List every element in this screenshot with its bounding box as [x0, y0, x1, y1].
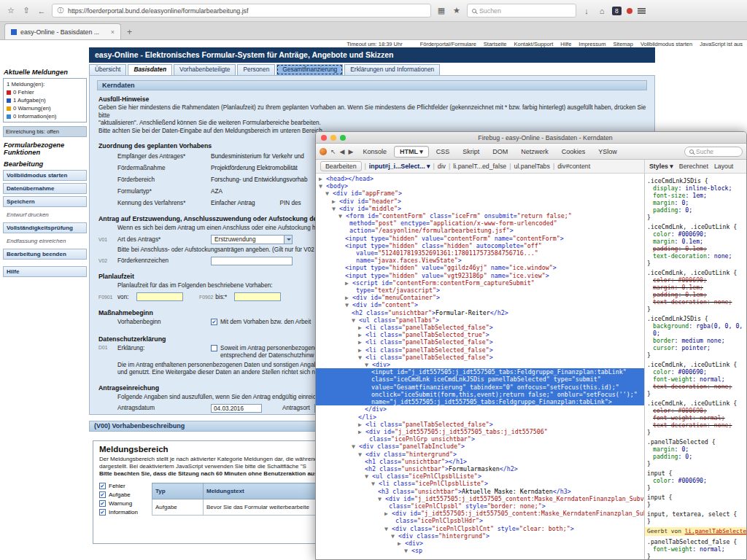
css-selector[interactable]: .iceCmdLnk, .iceOutLink { — [647, 269, 744, 276]
firebug-tab-yslow[interactable]: YSlow — [592, 146, 623, 158]
css-property[interactable]: color: #000690; — [647, 407, 744, 414]
dom-tree-line[interactable]: class="icePnlClpsbl" style="border: none… — [316, 502, 644, 510]
form-tab[interactable]: Gesamtfinanzierung — [276, 64, 343, 75]
dom-tree-line-selected[interactable]: <input id="j_idt557505:j_idt557505_tabs:… — [316, 368, 644, 376]
dom-tree-line[interactable]: name="javax.faces.ViewState"> — [316, 257, 644, 264]
firebug-crumb[interactable]: Bearbeiten — [320, 161, 362, 171]
browser-tab[interactable]: easy-Online - Basisdaten ... × — [4, 23, 121, 39]
css-property[interactable]: font-weight: normal; — [647, 545, 744, 553]
css-property[interactable]: padding: 0; — [647, 206, 744, 214]
firebug-tab-cookies[interactable]: Cookies — [556, 146, 592, 158]
history-forward-icon[interactable]: ▶ — [348, 148, 353, 155]
dom-tree-line[interactable]: ▶ <li class="panelTabSelected_false"> — [316, 338, 644, 346]
inspect-element-icon[interactable]: ↖ — [330, 148, 336, 155]
css-property[interactable]: margin: 0; — [647, 446, 744, 453]
dom-tree-line[interactable]: <input type="hidden" class="hidden" auto… — [316, 242, 644, 249]
dom-tree-line[interactable]: ▼ <div class="hintergrund"> — [316, 451, 644, 458]
text-input[interactable]: 04.03.2016 — [211, 404, 262, 413]
css-selector[interactable]: input, textarea, select { — [647, 510, 744, 518]
dom-tree-line[interactable]: <input type="hidden" value="contentForm"… — [316, 235, 644, 242]
css-selector[interactable]: .iceCmdLnkJSDis { — [647, 177, 744, 184]
dom-tree-line[interactable]: ▶ <head></head> — [316, 175, 644, 182]
dom-tree-line-selected[interactable]: value="Gesamtfinanzierung" tabindex="0" … — [316, 384, 644, 391]
filter-checkbox[interactable]: ✔ — [99, 500, 106, 507]
dom-tree-line[interactable]: ▶ <div> — [316, 540, 644, 547]
css-selector[interactable]: .panelTabSelected_false { — [647, 538, 744, 545]
firebug-icon[interactable] — [320, 148, 327, 155]
dom-tree-line[interactable]: ▼ <div class="hintergrund"> — [316, 532, 644, 540]
topmenu-link[interactable]: Sitemap — [613, 41, 633, 47]
css-selector[interactable]: .panelTabSelected { — [647, 438, 744, 446]
css-property[interactable]: cursor: pointer; — [647, 344, 744, 351]
css-property[interactable]: font-size: 1em; — [647, 192, 744, 199]
topmenu-link[interactable]: Vollbildmodus starten — [640, 41, 692, 47]
sidebar-item[interactable]: Speichern — [3, 196, 87, 207]
css-property[interactable]: background: rgba(0, 0, 0, 0, — [647, 322, 744, 330]
firebug-crumb[interactable]: div#content — [557, 163, 590, 170]
checkbox[interactable]: ✔ — [211, 319, 217, 325]
firebug-tab-skript[interactable]: Skript — [457, 146, 485, 158]
css-property[interactable]: border: medium none; — [647, 337, 744, 344]
css-property[interactable]: display: inline-block; — [647, 184, 744, 192]
dom-tree-line[interactable]: ▼ <div id="j_idt557505:j_idt557505_conte… — [316, 495, 644, 502]
dom-tree-line[interactable]: ▼ <ul class="panelTabs"> — [316, 316, 644, 324]
dom-tree-line[interactable]: <h2 class="unsichtbar">Formular-Reiter</… — [316, 309, 644, 316]
dom-tree-line[interactable]: ▶ <script id="contentForm:contentForm_ca… — [316, 279, 644, 287]
firebug-crumb[interactable]: ul.panelTabs — [514, 163, 549, 170]
firebug-sidetab-berechnet[interactable]: Berechnet — [679, 163, 708, 170]
css-selector[interactable]: .iceCmdLnk, .iceOutLink { — [647, 223, 744, 230]
dom-tree-line[interactable]: ▼ <div class="panelTabInclude"> — [316, 443, 644, 450]
date-input[interactable] — [234, 292, 281, 301]
url-bar[interactable]: ⓘ https://foerderportal.bund.de/easyonli… — [52, 4, 431, 18]
home-icon[interactable]: ⌂ — [597, 7, 607, 15]
css-property[interactable]: text-decoration: none; — [647, 421, 744, 429]
firebug-tab-konsole[interactable]: Konsole — [357, 146, 392, 158]
css-property[interactable]: margin: 0; — [647, 199, 744, 206]
firebug-tab-dom[interactable]: DOM — [487, 146, 514, 158]
back-icon[interactable]: ← — [36, 7, 47, 15]
dom-tree-line[interactable]: <input type="hidden" value="ggildz46yj" … — [316, 264, 644, 271]
dom-tree-line[interactable]: ▶ <li class="panelTabSelected_true"> — [316, 331, 644, 338]
filter-checkbox[interactable]: ✔ — [99, 491, 106, 498]
firebug-titlebar[interactable]: Firebug - easy-Online - Basisdaten - Ker… — [316, 132, 746, 144]
dom-tree-line[interactable]: </li> — [316, 413, 644, 421]
filter-checkbox[interactable]: ✔ — [99, 483, 106, 489]
window-zoom-icon[interactable] — [340, 135, 346, 141]
dom-tree-line[interactable]: action="/easyonline/formularbearbeitung.… — [316, 227, 644, 234]
dom-tree-line[interactable]: ▶ <div id="header"> — [316, 198, 644, 205]
sidebar-item-hilfe[interactable]: Hilfe — [3, 266, 87, 277]
firebug-tab-netzwerk[interactable]: Netzwerk — [515, 146, 554, 158]
site-info-icon[interactable]: ⓘ — [57, 6, 64, 15]
dom-tree-line[interactable]: ▼ <li class="panelTabSelected_false"> — [316, 354, 644, 361]
downloads-icon[interactable]: ↓ — [581, 7, 592, 15]
text-input[interactable] — [211, 257, 293, 265]
dom-tree-line[interactable]: ▼ <div id="content"> — [316, 301, 644, 308]
dom-tree-line[interactable]: ▶ <li class="panelTabSelected_false"> — [316, 346, 644, 354]
screenshot-icon[interactable]: ▦ — [436, 6, 446, 15]
form-tab[interactable]: Übersicht — [89, 64, 126, 75]
dom-tree-line[interactable]: ▼ <li class="icePnlClpsblListe"> — [316, 480, 644, 487]
dropdown[interactable]: Erstzuwendung — [211, 235, 293, 244]
dom-tree-line[interactable]: <h3 class="unsichtbar">Aktuelle Maske: K… — [316, 488, 644, 495]
new-tab-button[interactable]: + — [127, 27, 132, 37]
form-tab[interactable]: Vorhabenbeteiligte — [174, 64, 236, 75]
dom-tree-line[interactable]: ▼ <sp — [316, 547, 644, 554]
css-selector[interactable]: .iceCmdLnkJSDis { — [647, 315, 744, 322]
dom-tree-line[interactable]: ▼ <div> — [316, 361, 644, 368]
kerndaten-section-bar[interactable]: Kerndaten — [97, 80, 647, 90]
topmenu-link[interactable]: JavaScript ist aus — [700, 41, 743, 47]
form-tab[interactable]: Personen — [237, 64, 275, 75]
dom-tree-line[interactable]: <h2 class="unsichtbar">Formularmasken</h… — [316, 465, 644, 472]
notification-dot-icon[interactable] — [627, 8, 632, 14]
dom-tree-line[interactable]: ▶ <div id="j_idt557505:j_idt557505_conte… — [316, 510, 644, 517]
topmenu-link[interactable]: Impressum — [578, 41, 605, 47]
tab-close-icon[interactable]: × — [111, 28, 115, 36]
dom-tree-line[interactable]: <h1 class="unsichtbar"></h1> — [316, 458, 644, 465]
dom-tree-line[interactable]: ▶ <div id="menuContainer"> — [316, 294, 644, 301]
css-selector[interactable]: .iceCmdLnk, .iceOutLink { — [647, 361, 744, 368]
dom-tree-line[interactable]: ▶ <li class="panelTabSelected_false"> — [316, 324, 644, 331]
dom-tree-line[interactable]: ▶ <div id="j_idt557505:j_idt557505_tabs:… — [316, 428, 644, 435]
firebug-search-bar[interactable]: Suche — [684, 147, 743, 157]
browser-search-bar[interactable]: Suchen — [467, 4, 576, 18]
topmenu-link[interactable]: Förderportal/Formulare — [420, 41, 476, 47]
